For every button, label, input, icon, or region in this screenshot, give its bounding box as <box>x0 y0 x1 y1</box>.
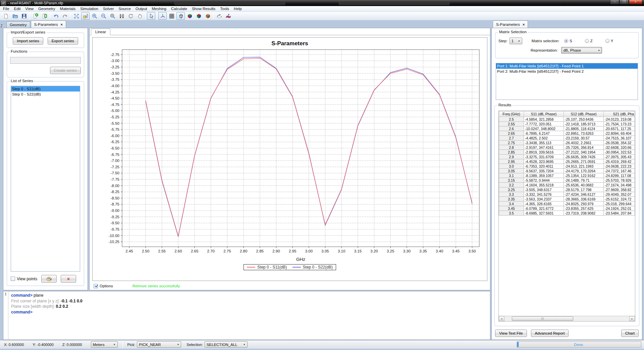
pick-select[interactable]: PICK_NEAR ▼ <box>137 341 181 348</box>
select-tool-icon[interactable] <box>81 12 90 20</box>
results-cell[interactable]: -3.3438, 355.113 <box>524 140 564 145</box>
results-row[interactable]: 2.7-4.4825, 2.502-23.2159, 30.57-24.7515… <box>499 136 635 140</box>
menu-materials[interactable]: Materials <box>58 6 78 11</box>
tab-close-icon[interactable]: × <box>60 22 62 26</box>
horizontal-scrollbar[interactable]: ◄ ► <box>499 316 635 321</box>
results-cell[interactable]: -22.8094, 69.404 <box>604 131 635 136</box>
results-cell[interactable]: 2.7 <box>499 136 524 140</box>
results-cell[interactable]: -28.5179, 17.798 <box>564 187 604 192</box>
results-row[interactable]: 2.5-4.5854, 321.2858-25.107, 253.6436-24… <box>499 117 635 122</box>
refresh-icon[interactable] <box>126 12 135 20</box>
scroll-left-icon[interactable]: ◄ <box>499 316 504 321</box>
results-cell[interactable]: -25.6152, 324.72 <box>604 197 635 201</box>
units-select[interactable]: Meters ▼ <box>91 341 118 348</box>
results-cell[interactable]: -4.4528, 323.9695 <box>524 159 564 164</box>
results-cell[interactable]: -24.0123, 219.08 <box>604 117 635 122</box>
zoom-in-icon[interactable] <box>90 12 99 20</box>
menu-calculate[interactable]: Calculate <box>169 6 190 11</box>
results-cell[interactable]: -24.8025, 293.979 <box>564 201 604 206</box>
save-icon[interactable] <box>20 12 28 20</box>
results-cell[interactable]: 3.15 <box>499 178 524 183</box>
results-cell[interactable]: -24.8299, 117.08 <box>604 173 635 178</box>
function-input[interactable] <box>10 57 81 64</box>
radio-matrix-s[interactable] <box>564 39 568 43</box>
create-series-button[interactable]: Create series <box>50 67 81 74</box>
results-row[interactable]: 2.6-10.0247, 348.8002-21.8805, 118.4124-… <box>499 126 635 131</box>
results-cell[interactable]: -8.6985, 327.5931 <box>524 211 564 216</box>
advanced-report-button[interactable]: Advanced Report <box>531 330 569 337</box>
redo-icon[interactable] <box>61 12 69 20</box>
fit-view-icon[interactable] <box>72 12 80 20</box>
results-row[interactable]: 3.5-8.6985, 327.5931-23.7319, 208.9082-2… <box>499 211 635 216</box>
right-tab-sparameters[interactable]: S-Parameters × <box>493 20 528 28</box>
results-row[interactable]: 3.35-3.563, 334.2337-28.3665, 336.6169-2… <box>499 197 635 201</box>
right-tab-close-icon[interactable]: × <box>523 22 525 26</box>
results-cell[interactable]: 3.05 <box>499 169 524 173</box>
results-cell[interactable]: -25.6536, 40.0682 <box>564 183 604 187</box>
scroll-right-icon[interactable]: ► <box>629 316 635 321</box>
results-cell[interactable]: -26.1489, 79.71 <box>564 178 604 183</box>
menu-tools[interactable]: Tools <box>218 6 231 11</box>
currents-icon[interactable] <box>224 12 232 20</box>
results-cell[interactable]: 2.95 <box>499 159 524 164</box>
results-cell[interactable]: -25.1354, 122.9162 <box>564 173 604 178</box>
results-cell[interactable]: 2.55 <box>499 122 524 126</box>
radio-matrix-z[interactable] <box>585 39 589 43</box>
view-points-checkbox[interactable] <box>11 277 15 281</box>
menu-simulation[interactable]: Simulation <box>78 6 101 11</box>
menu-geometry[interactable]: Geometry <box>36 6 58 11</box>
import-series-button[interactable]: Import series <box>13 37 43 45</box>
results-cell[interactable]: 3.0 <box>499 164 524 169</box>
animation-icon[interactable] <box>117 12 126 20</box>
results-row[interactable]: 2.65-6.7895, 6.2147-22.8951, 73.6263-22.… <box>499 131 635 136</box>
results-cell[interactable]: 3.5 <box>499 211 524 216</box>
zoom-window-icon[interactable] <box>108 12 117 20</box>
results-cell[interactable]: -24.913, 221.1993 <box>564 164 604 169</box>
port-item[interactable]: Port 2: Multi-Filar Helix [id545121f7] -… <box>496 69 638 74</box>
results-cell[interactable]: 2.85 <box>499 150 524 155</box>
results-cell[interactable]: -21.7534, 173.23 <box>604 122 635 126</box>
import-series-icon[interactable] <box>40 12 49 20</box>
results-cell[interactable]: -23.5484, 207.84 <box>604 211 635 216</box>
results-column-header[interactable]: S21 (dB, Pha <box>604 111 635 117</box>
results-cell[interactable]: -23.8355, 257.625 <box>564 206 604 211</box>
pan-hand-icon[interactable] <box>136 12 144 20</box>
results-cell[interactable]: -4.1604, 355.5218 <box>524 183 564 187</box>
series-item[interactable]: Step 0 - S22(dB) <box>11 92 80 97</box>
view-text-file-button[interactable]: View Text File <box>495 330 527 337</box>
results-row[interactable]: 2.95-4.4528, 323.9695-25.2665, 271.0591-… <box>499 159 635 164</box>
results-cell[interactable]: -26.0538, 354.32 <box>604 140 635 145</box>
results-row[interactable]: 3.05-9.5637, 335.7204-24.4179, 170.3264-… <box>499 169 635 173</box>
results-cell[interactable]: -23.2159, 30.57 <box>564 136 604 140</box>
results-cell[interactable]: -26.6635, 309.7426 <box>564 155 604 159</box>
results-row[interactable]: 3.25-3.505, 348.6317-28.5179, 17.798-27.… <box>499 187 635 192</box>
add-series-icon[interactable] <box>31 12 40 20</box>
results-cell[interactable]: -27.9609, 358.82 <box>604 187 635 192</box>
results-cell[interactable]: 3.1 <box>499 173 524 178</box>
results-row[interactable]: 3.15-5.5872, 0.9444-26.1489, 79.71-25.57… <box>499 178 635 183</box>
results-row[interactable]: 3.1-8.1389, 359.1057-25.1354, 122.9162-2… <box>499 173 635 178</box>
results-cell[interactable]: -24.1924, 252.01 <box>604 206 635 211</box>
results-row[interactable]: 3.2-4.1604, 355.5218-25.6536, 40.0682-27… <box>499 183 635 187</box>
open-folder-icon[interactable] <box>11 12 19 20</box>
results-cell[interactable]: -24.7372, 167.46 <box>604 169 635 173</box>
results-row[interactable]: 3.45-6.0789, 321.6772-23.8355, 257.625-2… <box>499 206 635 211</box>
results-cell[interactable]: -25.7326, 356.814 <box>564 145 604 150</box>
console-output[interactable]: command> planeFirst corner of plane [x y… <box>8 291 490 340</box>
series-list[interactable]: Step 0 - S11(dB)Step 0 - S22(dB) <box>11 86 80 272</box>
menu-solver[interactable]: Solver <box>101 6 116 11</box>
console-splitter[interactable]: ▲▼ <box>3 291 8 340</box>
port-list[interactable]: Port 1: Multi-Filar Helix [id545121f7] -… <box>496 63 638 100</box>
results-cell[interactable]: -24.7515, 36.107 <box>604 136 635 140</box>
results-cell[interactable]: -27.4234, 346.6127 <box>564 192 604 197</box>
results-cell[interactable]: 3.25 <box>499 187 524 192</box>
results-cell[interactable]: -3.3275, 331.6709 <box>524 155 564 159</box>
scrollbar-thumb[interactable] <box>512 316 573 321</box>
results-cell[interactable]: 3.3 <box>499 192 524 197</box>
results-cell[interactable]: 3.35 <box>499 197 524 201</box>
results-cell[interactable]: -3.505, 348.6317 <box>524 187 564 192</box>
results-cell[interactable]: -21.8805, 118.4124 <box>564 126 604 131</box>
results-row[interactable]: 2.9-3.3275, 331.6709-26.6635, 309.7426-2… <box>499 155 635 159</box>
results-cell[interactable]: -7.7772, 320.051 <box>524 122 564 126</box>
results-cell[interactable]: 2.75 <box>499 140 524 145</box>
